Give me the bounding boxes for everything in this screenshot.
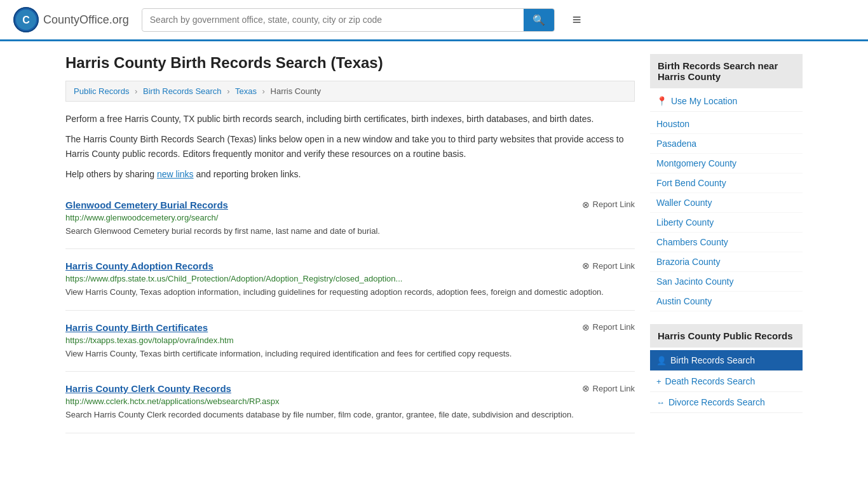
logo-text: CountyOffice.org bbox=[43, 13, 129, 27]
record-url: http://www.glenwoodcemetery.org/search/ bbox=[65, 213, 635, 222]
breadcrumb-sep-2: › bbox=[227, 86, 229, 96]
public-records-section: Harris County Public Records 👤 Birth Rec… bbox=[650, 324, 803, 413]
report-link[interactable]: ⊗ Report Link bbox=[582, 383, 635, 393]
report-link-label: Report Link bbox=[593, 384, 635, 393]
sidebar-item-label: Birth Records Search bbox=[670, 355, 755, 365]
sidebar-item-icon: 👤 bbox=[656, 356, 667, 365]
sidebar-record-item[interactable]: + Death Records Search bbox=[650, 371, 803, 392]
menu-button[interactable]: ≡ bbox=[567, 8, 587, 31]
record-title[interactable]: Harris County Adoption Records bbox=[65, 261, 214, 271]
nearby-item[interactable]: Brazoria County bbox=[650, 252, 803, 272]
report-icon: ⊗ bbox=[582, 261, 590, 271]
record-item: Harris County Birth Certificates ⊗ Repor… bbox=[65, 311, 635, 372]
nearby-item[interactable]: Waller County bbox=[650, 193, 803, 213]
breadcrumb: Public Records › Birth Records Search › … bbox=[65, 81, 635, 102]
record-item: Harris County Adoption Records ⊗ Report … bbox=[65, 249, 635, 311]
record-url: https://www.dfps.state.tx.us/Child_Prote… bbox=[65, 274, 635, 283]
breadcrumb-sep-1: › bbox=[135, 86, 137, 96]
report-link[interactable]: ⊗ Report Link bbox=[582, 322, 635, 332]
record-header: Harris County Adoption Records ⊗ Report … bbox=[65, 261, 635, 271]
nearby-item[interactable]: Liberty County bbox=[650, 213, 803, 233]
search-input[interactable] bbox=[142, 10, 524, 30]
record-header: Glenwood Cemetery Burial Records ⊗ Repor… bbox=[65, 200, 635, 210]
location-icon: 📍 bbox=[656, 96, 667, 106]
records-list: Glenwood Cemetery Burial Records ⊗ Repor… bbox=[65, 188, 635, 433]
sidebar-item-icon: ↔ bbox=[656, 398, 665, 407]
search-bar: 🔍 bbox=[142, 8, 555, 32]
use-my-location[interactable]: 📍 Use My Location bbox=[650, 91, 803, 112]
search-button[interactable]: 🔍 bbox=[524, 9, 554, 31]
svg-text:C: C bbox=[22, 15, 30, 25]
breadcrumb-public-records[interactable]: Public Records bbox=[74, 86, 129, 96]
record-url: http://www.cclerk.hctx.net/applications/… bbox=[65, 396, 635, 406]
report-icon: ⊗ bbox=[582, 383, 590, 393]
breadcrumb-texas[interactable]: Texas bbox=[235, 86, 257, 96]
record-title[interactable]: Glenwood Cemetery Burial Records bbox=[65, 200, 228, 210]
page-container: Harris County Birth Records Search (Texa… bbox=[53, 41, 815, 446]
breadcrumb-sep-3: › bbox=[262, 86, 265, 96]
report-link-label: Report Link bbox=[593, 200, 635, 209]
report-link-label: Report Link bbox=[593, 322, 635, 332]
intro-paragraph-1: Perform a free Harris County, TX public … bbox=[65, 112, 635, 126]
page-title: Harris County Birth Records Search (Texa… bbox=[65, 54, 635, 72]
intro-paragraph-2: The Harris County Birth Records Search (… bbox=[65, 132, 635, 161]
report-link[interactable]: ⊗ Report Link bbox=[582, 200, 635, 210]
public-records-list: 👤 Birth Records Search + Death Records S… bbox=[650, 350, 803, 413]
new-links-link[interactable]: new links bbox=[157, 169, 194, 179]
logo-icon: C bbox=[13, 6, 39, 33]
sidebar-item-label: Divorce Records Search bbox=[668, 397, 765, 407]
nearby-item[interactable]: Houston bbox=[650, 114, 803, 134]
site-logo[interactable]: C CountyOffice.org bbox=[13, 6, 129, 33]
record-desc: Search Glenwood Cemetery burial records … bbox=[65, 225, 635, 238]
record-title[interactable]: Harris County Clerk County Records bbox=[65, 383, 231, 394]
nearby-list: HoustonPasadenaMontgomery CountyFort Ben… bbox=[650, 112, 803, 314]
intro-paragraph-3: Help others by sharing new links and rep… bbox=[65, 167, 635, 181]
main-content: Harris County Birth Records Search (Texa… bbox=[65, 54, 635, 433]
record-item: Glenwood Cemetery Burial Records ⊗ Repor… bbox=[65, 188, 635, 250]
sidebar-item-label: Death Records Search bbox=[665, 376, 756, 386]
report-link-label: Report Link bbox=[593, 261, 635, 271]
report-icon: ⊗ bbox=[582, 322, 590, 332]
public-records-header: Harris County Public Records bbox=[650, 324, 803, 348]
report-icon: ⊗ bbox=[582, 200, 590, 210]
record-title[interactable]: Harris County Birth Certificates bbox=[65, 322, 208, 333]
record-item: Harris County Clerk County Records ⊗ Rep… bbox=[65, 372, 635, 433]
record-desc: Search Harris County Clerk recorded docu… bbox=[65, 409, 635, 421]
site-header: C CountyOffice.org 🔍 ≡ bbox=[0, 0, 868, 41]
sidebar: Birth Records Search near Harris County … bbox=[650, 54, 803, 433]
sidebar-record-item[interactable]: 👤 Birth Records Search bbox=[650, 350, 803, 371]
record-desc: View Harris County, Texas adoption infor… bbox=[65, 286, 635, 299]
nearby-item[interactable]: Montgomery County bbox=[650, 154, 803, 173]
record-desc: View Harris County, Texas birth certific… bbox=[65, 348, 635, 360]
record-header: Harris County Birth Certificates ⊗ Repor… bbox=[65, 322, 635, 333]
nearby-header: Birth Records Search near Harris County bbox=[650, 54, 803, 88]
nearby-item[interactable]: Chambers County bbox=[650, 233, 803, 252]
report-link[interactable]: ⊗ Report Link bbox=[582, 261, 635, 271]
breadcrumb-harris-county: Harris County bbox=[271, 86, 321, 96]
sidebar-item-icon: + bbox=[656, 377, 661, 386]
sidebar-record-item[interactable]: ↔ Divorce Records Search bbox=[650, 392, 803, 413]
nearby-item[interactable]: San Jacinto County bbox=[650, 272, 803, 292]
nearby-item[interactable]: Pasadena bbox=[650, 134, 803, 154]
nearby-section: Birth Records Search near Harris County … bbox=[650, 54, 803, 314]
breadcrumb-birth-records[interactable]: Birth Records Search bbox=[143, 86, 222, 96]
record-header: Harris County Clerk County Records ⊗ Rep… bbox=[65, 383, 635, 394]
nearby-item[interactable]: Fort Bend County bbox=[650, 173, 803, 193]
record-url: https://txapps.texas.gov/tolapp/ovra/ind… bbox=[65, 336, 635, 345]
nearby-item[interactable]: Austin County bbox=[650, 292, 803, 311]
